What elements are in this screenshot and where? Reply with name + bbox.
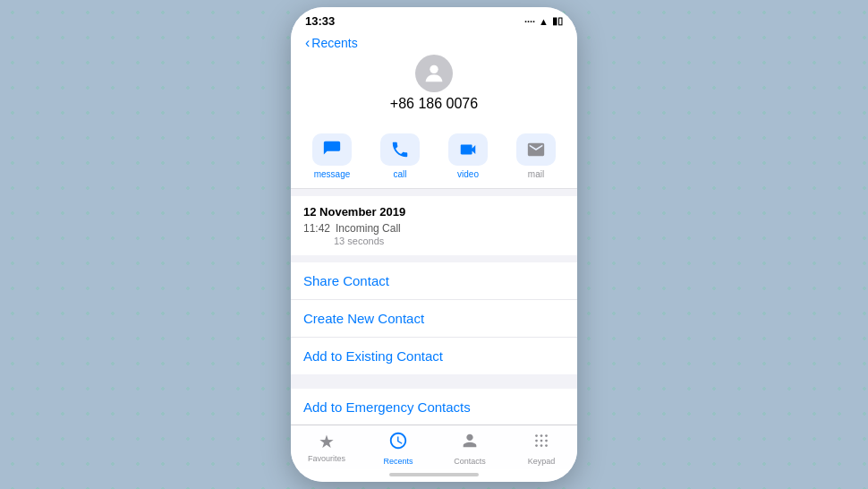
add-emergency-contacts-label: Add to Emergency Contacts <box>303 399 471 415</box>
tab-bar: ★ Favourites Recents Contacts <box>291 425 577 469</box>
mail-icon <box>516 133 556 166</box>
svg-point-8 <box>540 444 543 447</box>
call-date: 12 November 2019 <box>303 205 565 219</box>
battery-icon: ▮▯ <box>552 15 563 27</box>
recents-label: Recents <box>383 457 413 466</box>
back-label: Recents <box>311 36 357 50</box>
phone-number: +86 186 0076 <box>390 96 478 112</box>
create-new-contact-label: Create New Contact <box>303 311 424 326</box>
tab-contacts[interactable]: Contacts <box>443 431 497 466</box>
svg-point-2 <box>540 434 543 437</box>
video-icon <box>448 133 488 166</box>
back-button[interactable]: ‹ Recents <box>305 35 358 51</box>
status-time: 13:33 <box>305 14 335 28</box>
menu-section-1: Share Contact Create New Contact Add to … <box>291 262 577 374</box>
status-bar: 13:33 ···· ▲ ▮▯ <box>291 7 577 31</box>
emergency-section: Add to Emergency Contacts <box>291 389 577 425</box>
message-button[interactable]: message <box>305 133 359 179</box>
message-label: message <box>314 169 351 179</box>
share-contact-label: Share Contact <box>303 273 389 288</box>
recents-icon <box>388 431 408 455</box>
svg-point-7 <box>535 444 538 447</box>
call-time-row: 11:42 Incoming Call <box>303 222 565 235</box>
svg-point-1 <box>535 434 538 437</box>
svg-point-3 <box>545 434 548 437</box>
status-icons: ···· ▲ ▮▯ <box>524 15 563 27</box>
signal-icon: ···· <box>524 16 535 27</box>
call-duration: 13 seconds <box>303 236 565 246</box>
back-chevron-icon: ‹ <box>305 35 310 51</box>
mail-label: mail <box>528 169 544 179</box>
avatar-icon <box>421 61 447 86</box>
keypad-label: Keypad <box>528 457 556 466</box>
mail-button[interactable]: mail <box>509 133 563 179</box>
scroll-content[interactable]: 12 November 2019 11:42 Incoming Call 13 … <box>291 189 577 425</box>
video-button[interactable]: video <box>441 133 495 179</box>
avatar <box>415 55 453 92</box>
section-gap-1 <box>291 382 577 389</box>
call-icon <box>380 133 420 166</box>
back-row: ‹ Recents <box>305 35 563 51</box>
keypad-icon <box>532 431 551 455</box>
svg-point-9 <box>545 444 548 447</box>
call-time: 11:42 <box>303 222 330 235</box>
call-type: Incoming Call <box>336 222 401 235</box>
share-contact-item[interactable]: Share Contact <box>291 262 577 300</box>
call-label: call <box>393 169 406 179</box>
tab-favourites[interactable]: ★ Favourites <box>300 431 353 463</box>
add-existing-contact-item[interactable]: Add to Existing Contact <box>291 338 577 374</box>
svg-point-4 <box>535 440 538 442</box>
action-row: message call video mail <box>291 128 577 189</box>
svg-point-6 <box>545 440 548 442</box>
call-button[interactable]: call <box>373 133 427 179</box>
favourites-label: Favourites <box>308 454 345 463</box>
message-icon <box>312 133 352 166</box>
home-bar <box>389 473 479 476</box>
create-new-contact-item[interactable]: Create New Contact <box>291 300 577 338</box>
svg-point-0 <box>430 65 438 73</box>
tab-recents[interactable]: Recents <box>371 431 425 466</box>
contacts-icon <box>460 431 480 455</box>
add-existing-contact-label: Add to Existing Contact <box>303 348 443 364</box>
wifi-icon: ▲ <box>539 16 549 27</box>
header: ‹ Recents +86 186 0076 <box>291 31 577 128</box>
favourites-icon: ★ <box>319 431 335 452</box>
svg-point-5 <box>540 440 543 442</box>
add-emergency-contacts-item[interactable]: Add to Emergency Contacts <box>291 389 577 425</box>
video-label: video <box>457 169 479 179</box>
phone-frame: 13:33 ···· ▲ ▮▯ ‹ Recents +86 186 0076 <box>291 7 577 482</box>
contacts-label: Contacts <box>454 457 486 466</box>
call-info-card: 12 November 2019 11:42 Incoming Call 13 … <box>291 196 577 255</box>
home-indicator <box>291 469 577 482</box>
tab-keypad[interactable]: Keypad <box>515 431 568 466</box>
